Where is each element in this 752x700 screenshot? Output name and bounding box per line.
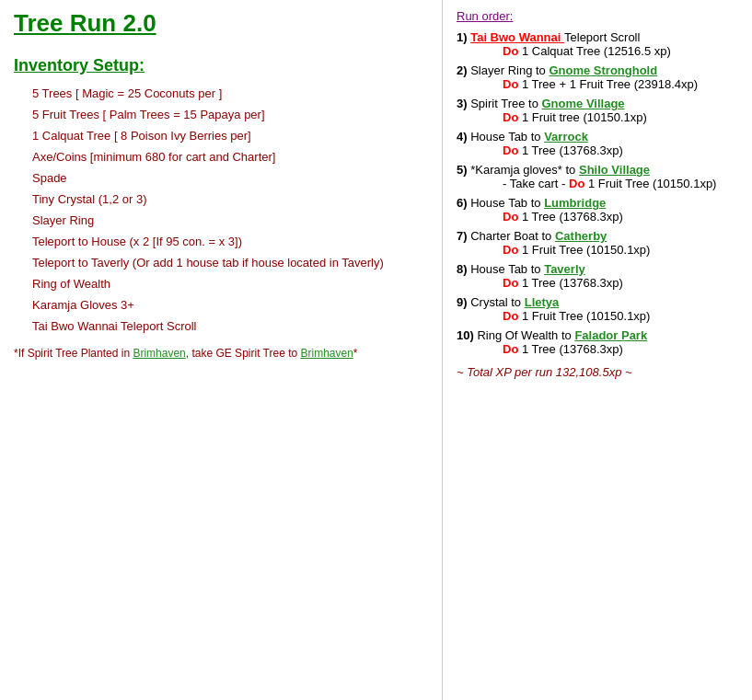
do-9: Do (503, 309, 518, 323)
step-3: 3) Spirit Tree to Gnome Village Do 1 Fru… (457, 97, 738, 124)
step-4-num: 4) (457, 130, 470, 143)
brimhaven-link-1: Brimhaven (133, 347, 185, 360)
list-item: Tai Bwo Wannai Teleport Scroll (32, 319, 428, 333)
step-7-num: 7) (457, 229, 470, 243)
step-4-dest: Varrock (544, 130, 588, 143)
item-text: 5 Trees [ Magic = 25 Coconuts per ] (32, 86, 222, 100)
list-item: Spade (32, 171, 428, 185)
left-panel: Tree Run 2.0 Inventory Setup: 5 Trees [ … (0, 0, 442, 700)
do-8: Do (503, 276, 518, 290)
step-6: 6) House Tab to Lumbridge Do 1 Tree (137… (457, 196, 738, 224)
xp-3: (10150.1xp) (583, 110, 646, 124)
step-8: 8) House Tab to Taverly Do 1 Tree (13768… (457, 262, 738, 290)
step-1: 1) Tai Bwo Wannai Teleport Scroll Do 1 C… (457, 30, 738, 58)
list-item: 5 Trees [ Magic = 25 Coconuts per ] (32, 86, 428, 100)
main-title: Tree Run 2.0 (14, 9, 428, 38)
run-order-title[interactable]: Run order: (457, 9, 738, 23)
step-3-action: Spirit Tree to (470, 97, 541, 110)
step-7: 7) Charter Boat to Catherby Do 1 Fruit T… (457, 229, 738, 257)
step-10-header: 10) Ring Of Wealth to Falador Park (457, 328, 738, 342)
xp-8: (13768.3xp) (559, 276, 622, 290)
xp-4: (13768.3xp) (559, 143, 622, 157)
step-10-detail: Do 1 Tree (13768.3xp) (457, 342, 738, 356)
step-1-action: Teleport Scroll (564, 30, 640, 44)
step-3-num: 3) (457, 97, 470, 110)
item-text: Tiny Crystal (1,2 or 3) (32, 192, 147, 206)
item-text: Ring of Wealth (32, 277, 110, 291)
xp-9: (10150.1xp) (586, 309, 650, 323)
xp-2: (23918.4xp) (634, 77, 698, 91)
xp-6: (13768.3xp) (559, 210, 622, 224)
step-7-action: Charter Boat to (470, 229, 555, 243)
step-10-dest: Falador Park (574, 328, 647, 342)
step-5: 5) *Karamja gloves* to Shilo Village - T… (457, 163, 738, 190)
step-6-header: 6) House Tab to Lumbridge (457, 196, 738, 210)
step-1-num: 1) (457, 30, 470, 44)
step-5-header: 5) *Karamja gloves* to Shilo Village (457, 163, 738, 177)
step-5-detail: - Take cart - Do 1 Fruit Tree (10150.1xp… (457, 177, 738, 190)
list-item: 1 Calquat Tree [ 8 Poison Ivy Berries pe… (32, 129, 428, 143)
step-4-detail: Do 1 Tree (13768.3xp) (457, 143, 738, 157)
step-2-num: 2) (457, 63, 470, 77)
step-6-dest: Lumbridge (544, 196, 606, 210)
step-7-dest: Catherby (555, 229, 607, 243)
xp-10: (13768.3xp) (559, 342, 622, 356)
step-10-action: Ring Of Wealth to (477, 328, 574, 342)
item-text: 1 Calquat Tree [ 8 Poison Ivy Berries pe… (32, 129, 251, 143)
step-9: 9) Crystal to Lletya Do 1 Fruit Tree (10… (457, 295, 738, 323)
do-2: Do (503, 77, 518, 91)
step-5-karamja: *Karamja gloves* (470, 163, 562, 177)
step-9-action: Crystal to (470, 295, 525, 309)
step-2-header: 2) Slayer Ring to Gnome Stronghold (457, 63, 738, 77)
inventory-title: Inventory Setup: (14, 56, 428, 75)
step-8-detail: Do 1 Tree (13768.3xp) (457, 276, 738, 290)
step-8-num: 8) (457, 262, 470, 276)
step-2-dest: Gnome Stronghold (549, 63, 657, 77)
item-text: Spade (32, 171, 67, 185)
step-3-detail: Do 1 Fruit tree (10150.1xp) (457, 110, 738, 124)
brimhaven-link-2: Brimhaven (300, 347, 353, 360)
do-3: Do (503, 110, 518, 124)
list-item: 5 Fruit Trees [ Palm Trees = 15 Papaya p… (32, 108, 428, 121)
xp-7: (10150.1xp) (586, 243, 650, 257)
step-9-num: 9) (457, 295, 470, 309)
step-6-num: 6) (457, 196, 470, 210)
step-2: 2) Slayer Ring to Gnome Stronghold Do 1 … (457, 63, 738, 91)
step-5-num: 5) (457, 163, 470, 177)
step-2-action: Slayer Ring to (470, 63, 549, 77)
step-2-detail: Do 1 Tree + 1 Fruit Tree (23918.4xp) (457, 77, 738, 91)
step-1-header: 1) Tai Bwo Wannai Teleport Scroll (457, 30, 738, 44)
step-9-header: 9) Crystal to Lletya (457, 295, 738, 309)
step-5-action: to (562, 163, 579, 177)
item-text: Teleport to House (x 2 [If 95 con. = x 3… (32, 235, 242, 248)
list-item: Karamja Gloves 3+ (32, 298, 428, 312)
item-text: Axe/Coins [minimum 680 for cart and Char… (32, 150, 275, 164)
step-10: 10) Ring Of Wealth to Falador Park Do 1 … (457, 328, 738, 356)
step-5-dest: Shilo Village (579, 163, 650, 177)
step-4-action: House Tab to (470, 130, 544, 143)
do-5: Do (569, 177, 584, 190)
step-8-dest: Taverly (544, 262, 585, 276)
do-10: Do (503, 342, 518, 356)
list-item: Tiny Crystal (1,2 or 3) (32, 192, 428, 206)
xp-1: (12516.5 xp) (604, 44, 671, 58)
step-6-action: House Tab to (470, 196, 544, 210)
footnote: *If Spirit Tree Planted in Brimhaven, ta… (14, 347, 428, 360)
do-7: Do (503, 243, 518, 257)
step-9-dest: Lletya (525, 295, 560, 309)
total-xp: ~ Total XP per run 132,108.5xp ~ (457, 365, 738, 379)
step-1-scroll: Tai Bwo Wannai (470, 30, 564, 44)
footnote-text: *If Spirit Tree Planted in (14, 347, 133, 360)
step-4-header: 4) House Tab to Varrock (457, 130, 738, 143)
list-item: Teleport to Taverly (Or add 1 house tab … (32, 256, 428, 270)
step-7-detail: Do 1 Fruit Tree (10150.1xp) (457, 243, 738, 257)
step-3-dest: Gnome Village (541, 97, 624, 110)
step-10-num: 10) (457, 328, 477, 342)
right-panel: Run order: 1) Tai Bwo Wannai Teleport Sc… (442, 0, 752, 700)
item-text: Slayer Ring (32, 213, 94, 227)
step-3-header: 3) Spirit Tree to Gnome Village (457, 97, 738, 110)
item-text: 5 Fruit Trees [ Palm Trees = 15 Papaya p… (32, 108, 265, 121)
step-6-detail: Do 1 Tree (13768.3xp) (457, 210, 738, 224)
do-6: Do (503, 210, 518, 224)
footnote-text2: , take GE Spirit Tree to (186, 347, 301, 360)
